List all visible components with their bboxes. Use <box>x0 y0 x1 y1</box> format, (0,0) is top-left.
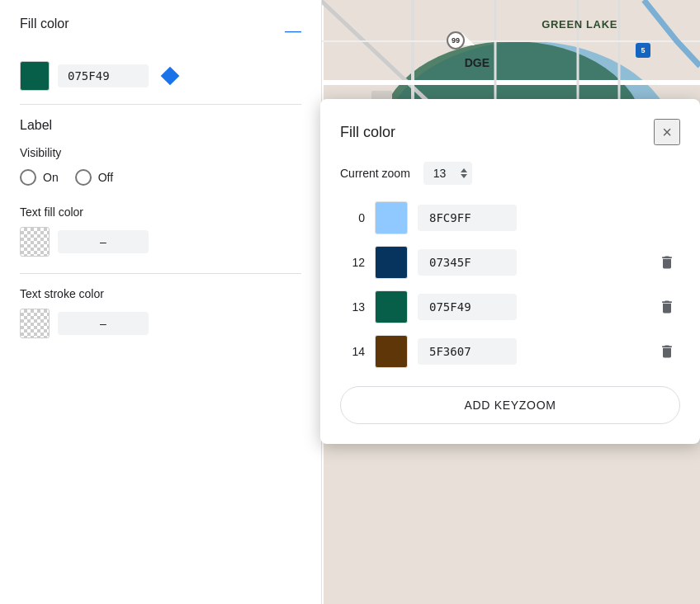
radio-circle-on <box>20 169 36 186</box>
keyzoom-swatch-13[interactable] <box>375 290 408 323</box>
keyzoom-row-13: 13 <box>340 290 680 323</box>
keyzoom-hex-12[interactable] <box>418 249 517 276</box>
trash-icon-14 <box>659 343 675 360</box>
radio-circle-off <box>75 169 92 186</box>
radio-option-off[interactable]: Off <box>75 169 113 186</box>
keyzoom-swatch-12[interactable] <box>375 246 408 279</box>
divider-1 <box>20 104 301 105</box>
popup-header: Fill color × <box>340 119 680 145</box>
zoom-row: Current zoom 13 <box>340 162 680 185</box>
text-fill-input[interactable] <box>58 230 149 253</box>
add-keyzoom-button[interactable]: ADD KEYZOOM <box>340 386 680 424</box>
text-stroke-input[interactable] <box>58 312 149 335</box>
label-section: Label Visibility On Off <box>20 118 301 186</box>
fill-color-section: Fill color — <box>20 17 301 45</box>
keyzoom-num-14: 14 <box>340 345 365 358</box>
radio-label-off: Off <box>98 171 113 184</box>
popup-title: Fill color <box>340 124 395 141</box>
text-stroke-label: Text stroke color <box>20 287 301 300</box>
map-badge-5: 5 <box>636 43 650 58</box>
keyzoom-swatch-14[interactable] <box>375 335 408 368</box>
keyzoom-row-14: 14 <box>340 335 680 368</box>
fill-color-row <box>20 61 301 91</box>
radio-group-visibility: On Off <box>20 169 301 186</box>
radio-option-on[interactable]: On <box>20 169 59 186</box>
fill-color-swatch[interactable] <box>20 61 50 91</box>
fill-color-diamond-btn[interactable] <box>157 63 183 89</box>
popup-close-button[interactable]: × <box>654 119 680 145</box>
trash-icon-12 <box>659 254 675 271</box>
map-dge-label: DGE <box>465 56 490 69</box>
keyzoom-hex-0[interactable] <box>418 205 517 231</box>
radio-label-on: On <box>43 171 59 184</box>
text-stroke-swatch[interactable] <box>20 309 50 338</box>
map-green-lake-label: GREEN LAKE <box>542 18 617 31</box>
fill-color-hex-input[interactable] <box>58 64 149 87</box>
current-zoom-label: Current zoom <box>340 167 410 180</box>
visibility-label: Visibility <box>20 146 301 159</box>
keyzoom-delete-13[interactable] <box>654 294 680 320</box>
text-stroke-section: Text stroke color <box>20 287 301 338</box>
zoom-value: 13 <box>423 162 456 185</box>
label-section-title: Label <box>20 118 301 133</box>
text-fill-label: Text fill color <box>20 205 301 219</box>
zoom-down-arrow[interactable] <box>461 174 467 178</box>
diamond-icon <box>161 67 180 86</box>
keyzoom-hex-14[interactable] <box>418 338 517 365</box>
zoom-up-arrow[interactable] <box>461 168 467 172</box>
text-fill-section: Text fill color <box>20 205 301 257</box>
fill-color-title: Fill color <box>20 17 69 31</box>
text-fill-swatch[interactable] <box>20 227 50 257</box>
keyzoom-delete-12[interactable] <box>654 249 680 276</box>
left-panel: Fill color — Label Visibility On Off Tex… <box>0 0 322 604</box>
keyzoom-row-0: 0 <box>340 201 680 234</box>
keyzoom-delete-14[interactable] <box>654 338 680 365</box>
zoom-arrows <box>456 167 472 180</box>
keyzoom-num-0: 0 <box>340 211 365 224</box>
text-fill-color-row <box>20 227 301 257</box>
divider-2 <box>20 273 301 274</box>
fill-color-minus-btn[interactable]: — <box>285 22 301 39</box>
fill-color-popup: Fill color × Current zoom 13 0 12 13 <box>320 99 700 444</box>
text-stroke-color-row <box>20 309 301 338</box>
map-badge-99: 99 <box>447 31 465 50</box>
keyzoom-row-12: 12 <box>340 246 680 279</box>
keyzoom-swatch-0[interactable] <box>375 201 408 234</box>
keyzoom-hex-13[interactable] <box>418 294 517 320</box>
keyzoom-num-12: 12 <box>340 256 365 269</box>
trash-icon-13 <box>659 299 675 315</box>
keyzoom-num-13: 13 <box>340 300 365 314</box>
zoom-spinner: 13 <box>423 162 473 185</box>
